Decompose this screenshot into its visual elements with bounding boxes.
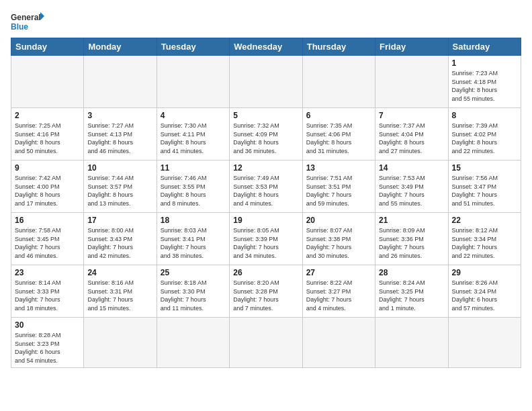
day-info: Sunrise: 7:32 AM Sunset: 4:09 PM Dayligh… bbox=[233, 122, 298, 155]
day-number: 15 bbox=[452, 163, 517, 173]
day-info: Sunrise: 8:03 AM Sunset: 3:41 PM Dayligh… bbox=[161, 226, 226, 260]
weekday-header-monday: Monday bbox=[84, 38, 157, 56]
day-number: 24 bbox=[87, 268, 152, 277]
day-number: 7 bbox=[379, 111, 444, 120]
calendar-cell: 29Sunrise: 8:26 AM Sunset: 3:24 PM Dayli… bbox=[448, 265, 521, 318]
day-number: 27 bbox=[306, 268, 371, 277]
calendar-cell: 26Sunrise: 8:20 AM Sunset: 3:28 PM Dayli… bbox=[230, 265, 302, 318]
day-number: 16 bbox=[15, 216, 80, 225]
calendar-cell: 1Sunrise: 7:23 AM Sunset: 4:18 PM Daylig… bbox=[448, 56, 521, 108]
day-info: Sunrise: 7:42 AM Sunset: 4:00 PM Dayligh… bbox=[15, 174, 80, 208]
day-info: Sunrise: 7:49 AM Sunset: 3:53 PM Dayligh… bbox=[233, 174, 298, 208]
calendar-cell bbox=[84, 318, 157, 368]
calendar-cell: 30Sunrise: 8:28 AM Sunset: 3:23 PM Dayli… bbox=[11, 318, 84, 368]
day-number: 6 bbox=[306, 111, 371, 120]
day-number: 10 bbox=[87, 163, 152, 173]
calendar-week-1: 1Sunrise: 7:23 AM Sunset: 4:18 PM Daylig… bbox=[11, 56, 521, 108]
day-info: Sunrise: 7:35 AM Sunset: 4:06 PM Dayligh… bbox=[306, 122, 371, 155]
day-info: Sunrise: 8:18 AM Sunset: 3:30 PM Dayligh… bbox=[161, 279, 226, 312]
day-number: 28 bbox=[379, 268, 444, 277]
day-number: 23 bbox=[15, 268, 80, 277]
calendar-cell: 9Sunrise: 7:42 AM Sunset: 4:00 PM Daylig… bbox=[11, 161, 84, 213]
calendar-cell: 22Sunrise: 8:12 AM Sunset: 3:34 PM Dayli… bbox=[448, 213, 521, 265]
day-info: Sunrise: 7:37 AM Sunset: 4:04 PM Dayligh… bbox=[379, 122, 444, 155]
calendar-cell: 23Sunrise: 8:14 AM Sunset: 3:33 PM Dayli… bbox=[11, 265, 84, 318]
day-number: 3 bbox=[87, 111, 152, 120]
day-info: Sunrise: 8:05 AM Sunset: 3:39 PM Dayligh… bbox=[233, 226, 298, 260]
day-info: Sunrise: 7:25 AM Sunset: 4:16 PM Dayligh… bbox=[15, 122, 80, 155]
calendar-cell bbox=[302, 318, 375, 368]
day-info: Sunrise: 8:22 AM Sunset: 3:27 PM Dayligh… bbox=[306, 279, 371, 312]
day-number: 5 bbox=[233, 111, 298, 120]
calendar: SundayMondayTuesdayWednesdayThursdayFrid… bbox=[11, 38, 521, 368]
calendar-cell: 21Sunrise: 8:09 AM Sunset: 3:36 PM Dayli… bbox=[375, 213, 448, 265]
day-info: Sunrise: 8:09 AM Sunset: 3:36 PM Dayligh… bbox=[379, 226, 444, 260]
weekday-header-friday: Friday bbox=[375, 38, 448, 56]
day-number: 11 bbox=[161, 163, 226, 173]
day-number: 2 bbox=[15, 111, 80, 120]
day-number: 29 bbox=[452, 268, 517, 277]
calendar-cell: 17Sunrise: 8:00 AM Sunset: 3:43 PM Dayli… bbox=[84, 213, 157, 265]
calendar-cell: 3Sunrise: 7:27 AM Sunset: 4:13 PM Daylig… bbox=[84, 108, 157, 161]
day-info: Sunrise: 8:00 AM Sunset: 3:43 PM Dayligh… bbox=[87, 226, 152, 260]
svg-text:General: General bbox=[11, 13, 41, 22]
calendar-cell bbox=[11, 56, 84, 108]
calendar-cell: 4Sunrise: 7:30 AM Sunset: 4:11 PM Daylig… bbox=[157, 108, 229, 161]
day-info: Sunrise: 7:44 AM Sunset: 3:57 PM Dayligh… bbox=[87, 174, 152, 208]
day-info: Sunrise: 7:23 AM Sunset: 4:18 PM Dayligh… bbox=[452, 69, 517, 103]
weekday-header-saturday: Saturday bbox=[448, 38, 521, 56]
day-info: Sunrise: 7:53 AM Sunset: 3:49 PM Dayligh… bbox=[379, 174, 444, 208]
day-info: Sunrise: 7:39 AM Sunset: 4:02 PM Dayligh… bbox=[452, 122, 517, 155]
calendar-cell: 14Sunrise: 7:53 AM Sunset: 3:49 PM Dayli… bbox=[375, 161, 448, 213]
calendar-cell: 16Sunrise: 7:58 AM Sunset: 3:45 PM Dayli… bbox=[11, 213, 84, 265]
calendar-cell: 20Sunrise: 8:07 AM Sunset: 3:38 PM Dayli… bbox=[302, 213, 375, 265]
calendar-cell: 13Sunrise: 7:51 AM Sunset: 3:51 PM Dayli… bbox=[302, 161, 375, 213]
day-info: Sunrise: 8:20 AM Sunset: 3:28 PM Dayligh… bbox=[233, 279, 298, 312]
header: General Blue bbox=[11, 11, 521, 32]
day-info: Sunrise: 7:58 AM Sunset: 3:45 PM Dayligh… bbox=[15, 226, 80, 260]
day-number: 13 bbox=[306, 163, 371, 173]
day-number: 18 bbox=[161, 216, 226, 225]
calendar-week-2: 2Sunrise: 7:25 AM Sunset: 4:16 PM Daylig… bbox=[11, 108, 521, 161]
day-number: 22 bbox=[452, 216, 517, 225]
calendar-cell bbox=[157, 56, 229, 108]
calendar-week-6: 30Sunrise: 8:28 AM Sunset: 3:23 PM Dayli… bbox=[11, 318, 521, 368]
calendar-cell bbox=[84, 56, 157, 108]
calendar-cell: 27Sunrise: 8:22 AM Sunset: 3:27 PM Dayli… bbox=[302, 265, 375, 318]
calendar-week-3: 9Sunrise: 7:42 AM Sunset: 4:00 PM Daylig… bbox=[11, 161, 521, 213]
calendar-cell: 10Sunrise: 7:44 AM Sunset: 3:57 PM Dayli… bbox=[84, 161, 157, 213]
calendar-cell bbox=[302, 56, 375, 108]
logo-svg: General Blue bbox=[11, 11, 44, 32]
calendar-cell: 12Sunrise: 7:49 AM Sunset: 3:53 PM Dayli… bbox=[230, 161, 302, 213]
calendar-cell: 18Sunrise: 8:03 AM Sunset: 3:41 PM Dayli… bbox=[157, 213, 229, 265]
day-info: Sunrise: 7:46 AM Sunset: 3:55 PM Dayligh… bbox=[161, 174, 226, 208]
page: General Blue SundayMondayTuesdayWednesda… bbox=[0, 0, 532, 411]
weekday-header-row: SundayMondayTuesdayWednesdayThursdayFrid… bbox=[11, 38, 521, 56]
day-info: Sunrise: 8:14 AM Sunset: 3:33 PM Dayligh… bbox=[15, 279, 80, 312]
day-number: 14 bbox=[379, 163, 444, 173]
day-number: 25 bbox=[161, 268, 226, 277]
calendar-week-5: 23Sunrise: 8:14 AM Sunset: 3:33 PM Dayli… bbox=[11, 265, 521, 318]
day-info: Sunrise: 8:24 AM Sunset: 3:25 PM Dayligh… bbox=[379, 279, 444, 312]
day-info: Sunrise: 8:16 AM Sunset: 3:31 PM Dayligh… bbox=[87, 279, 152, 312]
calendar-cell bbox=[230, 318, 302, 368]
calendar-cell bbox=[375, 56, 448, 108]
day-number: 30 bbox=[15, 320, 80, 330]
logo: General Blue bbox=[11, 11, 44, 32]
day-number: 8 bbox=[452, 111, 517, 120]
calendar-cell bbox=[375, 318, 448, 368]
day-info: Sunrise: 8:12 AM Sunset: 3:34 PM Dayligh… bbox=[452, 226, 517, 260]
weekday-header-wednesday: Wednesday bbox=[230, 38, 302, 56]
day-info: Sunrise: 7:30 AM Sunset: 4:11 PM Dayligh… bbox=[161, 122, 226, 155]
calendar-cell: 6Sunrise: 7:35 AM Sunset: 4:06 PM Daylig… bbox=[302, 108, 375, 161]
day-info: Sunrise: 8:07 AM Sunset: 3:38 PM Dayligh… bbox=[306, 226, 371, 260]
svg-marker-2 bbox=[40, 12, 44, 20]
calendar-week-4: 16Sunrise: 7:58 AM Sunset: 3:45 PM Dayli… bbox=[11, 213, 521, 265]
calendar-cell: 7Sunrise: 7:37 AM Sunset: 4:04 PM Daylig… bbox=[375, 108, 448, 161]
calendar-cell: 5Sunrise: 7:32 AM Sunset: 4:09 PM Daylig… bbox=[230, 108, 302, 161]
calendar-cell: 28Sunrise: 8:24 AM Sunset: 3:25 PM Dayli… bbox=[375, 265, 448, 318]
calendar-cell: 8Sunrise: 7:39 AM Sunset: 4:02 PM Daylig… bbox=[448, 108, 521, 161]
calendar-cell: 11Sunrise: 7:46 AM Sunset: 3:55 PM Dayli… bbox=[157, 161, 229, 213]
calendar-cell: 19Sunrise: 8:05 AM Sunset: 3:39 PM Dayli… bbox=[230, 213, 302, 265]
day-info: Sunrise: 7:27 AM Sunset: 4:13 PM Dayligh… bbox=[87, 122, 152, 155]
